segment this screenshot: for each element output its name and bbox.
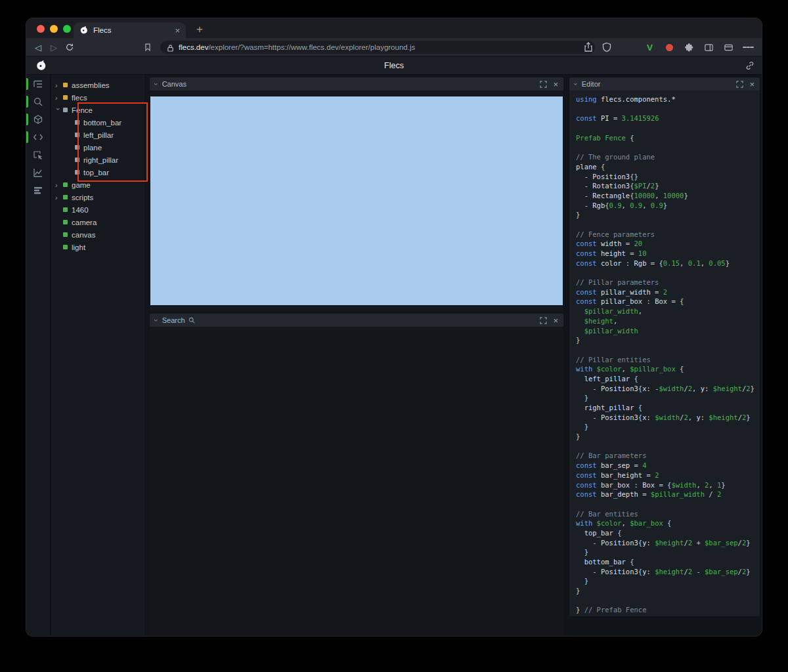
recorder-extension-icon[interactable] [664,42,675,53]
browser-menu-icon[interactable] [743,42,754,53]
panel-chevron-icon[interactable]: › [572,83,580,85]
tree-item-left_pillar[interactable]: left_pillar [51,129,144,141]
close-panel-icon[interactable]: × [553,316,558,325]
tree-item-label: scripts [72,194,93,201]
code-line: - Position3{x: $width/2, y: $height/2} [576,413,760,423]
minimize-window-button[interactable] [50,25,58,33]
link-icon[interactable] [745,60,755,71]
icon-rail [26,75,51,636]
cube-icon[interactable] [26,114,50,125]
canvas-viewport[interactable] [150,96,563,305]
code-line [576,123,760,133]
code-line: const pillar_box : Box = { [576,297,760,306]
code-line [576,220,760,230]
tree-item-top_bar[interactable]: top_bar [51,166,144,178]
code-line: - Rotation3{$PI/2} [576,181,760,191]
code-line: const height = 10 [576,249,760,259]
entity-tree: ›assemblies›flecs›Fencebottom_barleft_pi… [51,75,144,636]
tree-item-label: canvas [72,231,95,239]
tab-title: Flecs [93,26,175,34]
close-window-button[interactable] [37,25,45,33]
tree-chevron-icon[interactable]: › [55,194,62,201]
code-line: } [576,586,760,596]
tree-chevron-icon[interactable]: › [55,94,62,102]
expand-panel-icon[interactable] [540,317,547,324]
entity-kind-icon [63,220,68,224]
app-header: Flecs [26,56,762,75]
flecs-favicon [79,26,89,35]
tree-item-assemblies[interactable]: ›assemblies [51,79,144,91]
stats-icon[interactable] [26,185,50,196]
entity-kind-icon [75,158,79,162]
tree-item-canvas[interactable]: canvas [51,228,144,241]
editor-panel-header: › Editor × [569,77,760,91]
extension-cluster: V [644,41,754,53]
tree-item-plane[interactable]: plane [51,141,144,154]
forward-button[interactable]: ▷ [48,41,60,53]
code-line [576,104,760,114]
tree-item-camera[interactable]: camera [51,216,144,228]
code-line: // Bar entities [576,509,760,519]
expand-panel-icon[interactable] [540,81,547,88]
tree-item-Fence[interactable]: ›Fence [51,104,144,116]
panel-chevron-icon[interactable]: › [152,83,160,85]
browser-tab[interactable]: Flecs × [74,22,186,38]
wallet-icon[interactable] [723,42,734,53]
entity-kind-icon [63,245,68,249]
tree-item-game[interactable]: ›game [51,178,144,191]
search-icon[interactable] [26,96,50,107]
code-line [576,442,760,452]
code-line: - Position3{y: $height/2 - $bar_sep/2} [576,567,760,577]
code-line: // Bar parameters [576,451,760,461]
close-panel-icon[interactable]: × [749,80,755,89]
lock-icon [167,43,174,52]
zoom-window-button[interactable] [63,25,71,33]
bookmark-icon[interactable] [142,41,154,53]
tree-item-flecs[interactable]: ›flecs [51,91,144,104]
inspect-icon[interactable] [26,150,50,160]
tab-close-icon[interactable]: × [175,26,180,35]
new-tab-button[interactable]: + [192,22,208,37]
tree-item-label: Fence [72,106,93,114]
chart-icon[interactable] [26,167,50,178]
tree-item-1460[interactable]: 1460 [51,203,144,216]
entity-kind-icon [75,120,79,125]
reload-button[interactable] [64,41,76,53]
code-line: } [576,393,760,403]
address-bar[interactable]: flecs.dev/explorer/?wasm=https://www.fle… [160,41,595,54]
back-button[interactable]: ◁ [32,41,44,53]
traffic-lights [37,25,71,33]
code-icon[interactable] [26,132,50,142]
code-line [576,499,760,509]
search-panel-header: › Search × [150,314,563,327]
tree-chevron-icon[interactable]: › [55,81,62,89]
browser-toolbar: ◁ ▷ flecs.dev/explorer/?wasm=https://www… [26,38,762,56]
extensions-puzzle-icon[interactable] [684,42,695,53]
panel-chevron-icon[interactable]: › [152,319,160,322]
expand-panel-icon[interactable] [736,81,743,88]
entity-tree-icon[interactable] [26,79,50,89]
code-line: // Pillar parameters [576,278,760,287]
editor-panel-title: Editor [582,80,601,88]
code-line [576,142,760,152]
tree-item-right_pillar[interactable]: right_pillar [51,154,144,166]
url-text: flecs.dev/explorer/?wasm=https://www.fle… [179,43,415,51]
code-line: // Pillar entities [576,355,760,365]
tree-item-bottom_bar[interactable]: bottom_bar [51,116,144,129]
code-line: const bar_sep = 4 [576,461,760,471]
tree-item-label: bottom_bar [83,119,121,127]
tree-chevron-icon[interactable]: › [55,181,62,189]
tree-chevron-icon[interactable]: › [55,108,62,115]
tree-item-light[interactable]: light [51,241,144,253]
page-title: Flecs [26,56,762,75]
side-panel-icon[interactable] [703,42,714,53]
code-area[interactable]: using flecs.components.* const PI = 3.14… [576,94,760,615]
tree-item-scripts[interactable]: ›scripts [51,191,144,203]
code-line: const bar_depth = $pillar_width / 2 [576,490,760,499]
vimium-extension-icon[interactable]: V [644,42,655,53]
close-panel-icon[interactable]: × [553,80,558,89]
browser-window: Flecs × + ◁ ▷ flecs.dev/explorer/?wasm=h… [26,18,762,636]
share-icon[interactable] [583,42,594,52]
shield-icon[interactable] [602,42,612,52]
tree-item-label: 1460 [72,206,89,214]
